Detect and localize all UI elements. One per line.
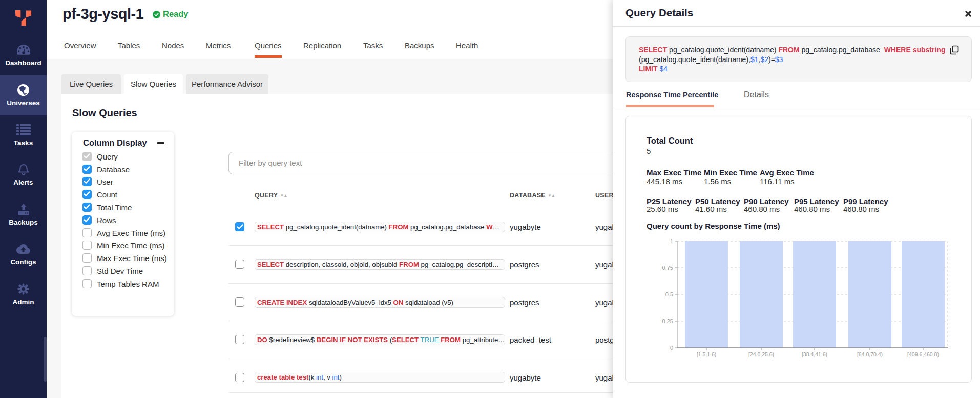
svg-text:[24.0,25.6): [24.0,25.6) bbox=[748, 351, 774, 357]
svg-text:0.75: 0.75 bbox=[662, 265, 673, 271]
svg-text:[64.0,70.4): [64.0,70.4) bbox=[857, 351, 883, 357]
svg-text:0: 0 bbox=[670, 345, 673, 351]
svg-text:1: 1 bbox=[670, 238, 673, 244]
svg-text:0.5: 0.5 bbox=[665, 291, 673, 297]
svg-text:[409.6,460.8): [409.6,460.8) bbox=[907, 351, 939, 357]
svg-text:[1.5,1.6): [1.5,1.6) bbox=[697, 351, 717, 357]
svg-text:0.25: 0.25 bbox=[662, 318, 673, 324]
svg-text:[38.4,41.6): [38.4,41.6) bbox=[802, 351, 827, 357]
